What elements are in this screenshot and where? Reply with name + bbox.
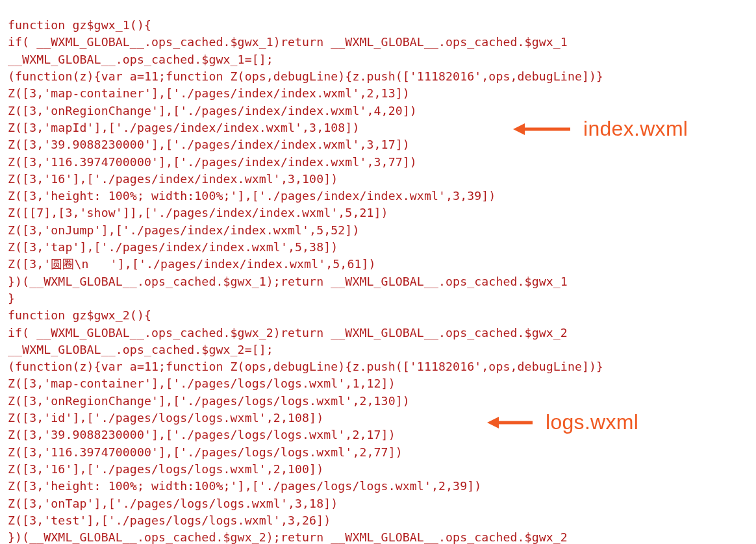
code-block: function gz$gwx_1(){ if( __WXML_GLOBAL__… xyxy=(8,17,603,544)
annotation-label: logs.wxml xyxy=(546,410,638,434)
arrow-left-icon xyxy=(487,414,534,432)
annotation-label: index.wxml xyxy=(583,117,688,141)
svg-marker-1 xyxy=(513,123,525,135)
annotation-logs: logs.wxml xyxy=(487,410,638,434)
annotation-index: index.wxml xyxy=(513,117,688,141)
svg-marker-3 xyxy=(487,417,499,428)
arrow-left-icon xyxy=(513,120,572,138)
